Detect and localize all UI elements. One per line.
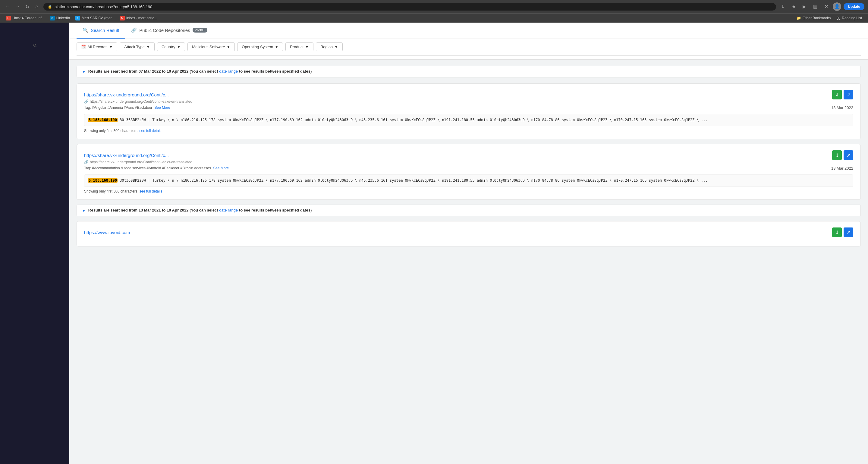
- url-path: threathose?query=5.188.168.190: [94, 4, 152, 9]
- filter-product[interactable]: Product ▼: [285, 42, 313, 51]
- browser-chrome: ← → ↻ ⌂ 🔒 platform.socradar.com/threatho…: [0, 0, 868, 23]
- banner1-date-range-link[interactable]: date range: [219, 69, 238, 73]
- result1-actions: ⇓ ↗: [832, 90, 853, 99]
- result-card-2: https://share.vx-underground.org/Conti/c…: [76, 144, 861, 200]
- chevron-down-icon: ▼: [109, 44, 113, 49]
- update-button[interactable]: Update: [844, 3, 864, 10]
- linkedin-favicon: in: [50, 16, 55, 21]
- bookmark-other-bookmarks[interactable]: 📁 Other Bookmarks: [794, 15, 833, 21]
- download-button[interactable]: ⇓: [778, 2, 787, 11]
- banner1-text: Results are searched from 07 Mar 2022 to…: [88, 69, 312, 73]
- extension-icon[interactable]: ▶: [800, 2, 809, 11]
- result3-url[interactable]: https://www.ipvoid.com: [84, 230, 130, 235]
- result3-expand-button[interactable]: ↗: [844, 227, 853, 237]
- filter-country[interactable]: Country ▼: [157, 42, 185, 51]
- banner2-text: Results are searched from 13 Mar 2021 to…: [88, 208, 312, 212]
- result-card-3: https://www.ipvoid.com ⇓ ↗: [76, 221, 861, 246]
- result1-highlighted-ip: 5.188.168.190: [88, 118, 118, 122]
- tab-public-code[interactable]: 🔗 Public Code Repositories 2698+: [125, 23, 213, 38]
- page-tabs: 🔍 Search Result 🔗 Public Code Repositori…: [69, 23, 868, 39]
- reload-button[interactable]: ↻: [23, 2, 31, 11]
- filter-funnel-icon: ▼: [82, 69, 86, 74]
- bookmarks-bar: H Hack 4 Career. Inf... in LinkedIn t Me…: [0, 13, 868, 23]
- result2-footer: Showing only first 300 characters, see f…: [84, 189, 853, 193]
- result1-download-button[interactable]: ⇓: [832, 90, 842, 99]
- chrome-extension-icon[interactable]: ▤: [811, 2, 819, 11]
- address-bar[interactable]: 🔒 platform.socradar.com/threathose?query…: [43, 3, 776, 10]
- twitter-favicon: t: [75, 16, 80, 21]
- result2-tags: Tag: #Accommodation & food services #And…: [84, 166, 229, 170]
- result1-full-url: https://share.vx-underground.org/Conti/c…: [90, 99, 192, 104]
- date-range-banner-2: ▼ Results are searched from 13 Mar 2021 …: [76, 205, 861, 216]
- result1-tags: Tag: #Angular #Armenia #Asns #Backdoor S…: [84, 105, 170, 110]
- hack4career-favicon: H: [6, 16, 11, 21]
- filter-bar: 📅 All Records ▼ Attack Type ▼ Country ▼ …: [69, 39, 868, 60]
- filter-region[interactable]: Region ▼: [316, 42, 343, 51]
- filter-region-label: Region: [320, 44, 333, 49]
- result2-meta-url: 🔗 https://share.vx-underground.org/Conti…: [84, 160, 853, 164]
- profile-avatar[interactable]: 👤: [833, 2, 841, 11]
- main-layout: « 🔍 Search Result 🔗 Public Code Reposito…: [0, 23, 868, 464]
- result2-header-row: https://share.vx-underground.org/Conti/c…: [84, 150, 853, 160]
- result2-highlighted-ip: 5.188.168.190: [88, 178, 118, 183]
- puzzle-icon[interactable]: ⚒: [822, 2, 830, 11]
- result2-full-url: https://share.vx-underground.org/Conti/c…: [90, 160, 192, 164]
- result1-see-more[interactable]: See More: [154, 105, 170, 110]
- filter-attack-type[interactable]: Attack Type ▼: [120, 42, 155, 51]
- banner1-text-before: Results are searched from 07 Mar 2022 to…: [88, 69, 219, 73]
- content-area: 🔍 Search Result 🔗 Public Code Repositori…: [69, 23, 868, 464]
- result2-url[interactable]: https://share.vx-underground.org/Conti/c…: [84, 153, 169, 158]
- result1-date: 13 Mar 2022: [831, 105, 853, 110]
- result2-date: 13 Mar 2022: [831, 166, 853, 171]
- bookmark-linkedin[interactable]: in LinkedIn: [48, 15, 72, 21]
- link-icon: 🔗: [84, 99, 89, 104]
- gmail-favicon: M: [120, 16, 125, 21]
- filter-all-records[interactable]: 📅 All Records ▼: [76, 42, 117, 51]
- forward-button[interactable]: →: [13, 2, 22, 11]
- reading-list-label: Reading List: [842, 16, 862, 20]
- filter-malicious-software-label: Malicious Software: [192, 44, 225, 49]
- lock-icon: 🔒: [48, 4, 52, 9]
- search-icon: 🔍: [83, 27, 88, 33]
- result1-meta-url: 🔗 https://share.vx-underground.org/Conti…: [84, 99, 853, 104]
- banner2-date-range-link[interactable]: date range: [219, 208, 238, 212]
- filter-malicious-software[interactable]: Malicious Software ▼: [187, 42, 235, 51]
- result1-expand-button[interactable]: ↗: [844, 90, 853, 99]
- bookmark-gmail[interactable]: M Inbox - mert.saric...: [118, 15, 160, 21]
- result2-full-details-link[interactable]: see full details: [139, 189, 162, 193]
- region-chevron-icon: ▼: [334, 44, 338, 49]
- link2-icon: 🔗: [84, 160, 89, 164]
- result2-expand-button[interactable]: ↗: [844, 150, 853, 160]
- bookmark-reading-list[interactable]: 🕮 Reading List: [834, 15, 864, 21]
- public-code-badge: 2698+: [193, 28, 208, 33]
- tab-search-result[interactable]: 🔍 Search Result: [76, 23, 125, 38]
- filter-attack-type-label: Attack Type: [124, 44, 145, 49]
- bookmark-hack4career[interactable]: H Hack 4 Career. Inf...: [4, 15, 47, 21]
- search-result-tab-label: Search Result: [91, 28, 119, 33]
- nav-buttons: ← → ↻ ⌂: [4, 2, 41, 11]
- result2-content: 5.188.168.190 30t36SBP2z0W | Turkey \ n …: [84, 175, 853, 187]
- malicious-chevron-icon: ▼: [226, 44, 230, 49]
- bookmark-hack4career-label: Hack 4 Career. Inf...: [12, 16, 44, 20]
- banner1-strong: Results are searched from 07 Mar 2022 to…: [88, 69, 312, 73]
- result1-full-details-link[interactable]: see full details: [139, 129, 162, 133]
- result3-download-button[interactable]: ⇓: [832, 227, 842, 237]
- reading-list-icon: 🕮: [837, 16, 840, 20]
- result2-see-more[interactable]: See More: [213, 166, 229, 170]
- bookmark-twitter-label: Mert SARICA (mer...: [82, 16, 115, 20]
- bookmark-button[interactable]: ★: [789, 2, 798, 11]
- code-icon: 🔗: [131, 27, 137, 33]
- product-chevron-icon: ▼: [305, 44, 309, 49]
- filter-operating-system[interactable]: Operating System ▼: [237, 42, 283, 51]
- result1-url[interactable]: https://share.vx-underground.org/Conti/c…: [84, 92, 169, 97]
- bookmark-twitter[interactable]: t Mert SARICA (mer...: [73, 15, 117, 21]
- filter-all-records-label: All Records: [87, 44, 107, 49]
- banner2-text-before: Results are searched from 13 Mar 2021 to…: [88, 208, 219, 212]
- date-range-banner-1: ▼ Results are searched from 07 Mar 2022 …: [76, 66, 861, 78]
- result-card-1: https://share.vx-underground.org/Conti/c…: [76, 84, 861, 139]
- back-button[interactable]: ←: [4, 2, 12, 11]
- other-bookmarks-label: Other Bookmarks: [803, 16, 831, 20]
- result2-download-button[interactable]: ⇓: [832, 150, 842, 160]
- bookmarks-folder-icon: 📁: [797, 16, 801, 20]
- home-button[interactable]: ⌂: [33, 2, 41, 11]
